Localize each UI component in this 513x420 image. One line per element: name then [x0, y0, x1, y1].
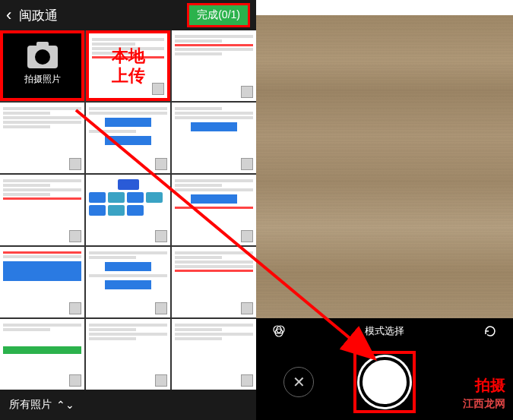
grid-thumb[interactable] [172, 103, 256, 173]
select-check[interactable] [155, 230, 167, 242]
select-check[interactable] [241, 158, 253, 170]
select-check[interactable] [69, 302, 81, 314]
gallery-header: ‹ 闽政通 完成(0/1) [0, 0, 256, 30]
chevron-up-down-icon: ⌃⌄ [56, 399, 74, 411]
shutter-bar: ✕ 拍摄 江西龙网 [256, 344, 513, 420]
grid-thumb[interactable] [0, 247, 84, 317]
take-photo-cell[interactable]: 拍摄照片 [0, 30, 84, 101]
camera-panel: 模式选择 ✕ 拍摄 江西龙网 [256, 0, 513, 420]
local-upload-cell[interactable]: 本地 上传 [86, 30, 170, 101]
shutter-highlight [353, 351, 416, 413]
shutter-button[interactable] [359, 357, 410, 407]
camera-viewfinder [256, 15, 513, 318]
back-icon[interactable]: ‹ [6, 5, 11, 25]
select-check[interactable] [155, 302, 167, 314]
grid-thumb[interactable] [172, 247, 256, 317]
watermark-text: 江西龙网 [463, 397, 505, 411]
select-check[interactable] [69, 374, 81, 387]
select-check[interactable] [155, 374, 167, 387]
grid-thumb[interactable] [172, 30, 256, 101]
grid-thumb[interactable] [86, 247, 170, 317]
shoot-label: 拍摄 [475, 376, 505, 394]
photo-grid: 拍摄照片 本地 上传 [0, 30, 256, 390]
select-check[interactable] [155, 158, 167, 170]
cancel-button[interactable]: ✕ [283, 367, 314, 397]
select-check[interactable] [241, 86, 253, 98]
grid-thumb[interactable] [86, 175, 170, 245]
mode-select-bar: 模式选择 [256, 318, 513, 344]
refresh-icon[interactable] [483, 324, 498, 339]
app-title: 闽政通 [19, 7, 179, 24]
done-button[interactable]: 完成(0/1) [187, 3, 250, 27]
grid-thumb[interactable] [86, 103, 170, 173]
grid-thumb[interactable] [0, 175, 84, 245]
grid-thumb[interactable] [172, 175, 256, 245]
select-check[interactable] [241, 374, 253, 387]
gallery-panel: ‹ 闽政通 完成(0/1) 拍摄照片 本地 上传 [0, 0, 256, 420]
select-check[interactable] [69, 158, 81, 170]
grid-thumb[interactable] [172, 319, 256, 390]
grid-thumb[interactable] [0, 319, 84, 390]
filter-icon[interactable] [271, 324, 287, 339]
grid-thumb[interactable] [0, 103, 84, 173]
all-photos-bar[interactable]: 所有照片 ⌃⌄ [0, 390, 256, 420]
select-check[interactable] [241, 230, 253, 242]
mode-select-label: 模式选择 [365, 324, 404, 338]
select-check[interactable] [241, 302, 253, 314]
select-check[interactable] [69, 230, 81, 242]
take-photo-label: 拍摄照片 [24, 73, 61, 86]
all-photos-label: 所有照片 [9, 398, 52, 412]
camera-status-bar [256, 0, 513, 15]
grid-thumb[interactable] [86, 319, 170, 390]
select-check[interactable] [152, 83, 164, 95]
local-upload-label: 本地 上传 [112, 46, 145, 86]
camera-icon [27, 46, 58, 68]
